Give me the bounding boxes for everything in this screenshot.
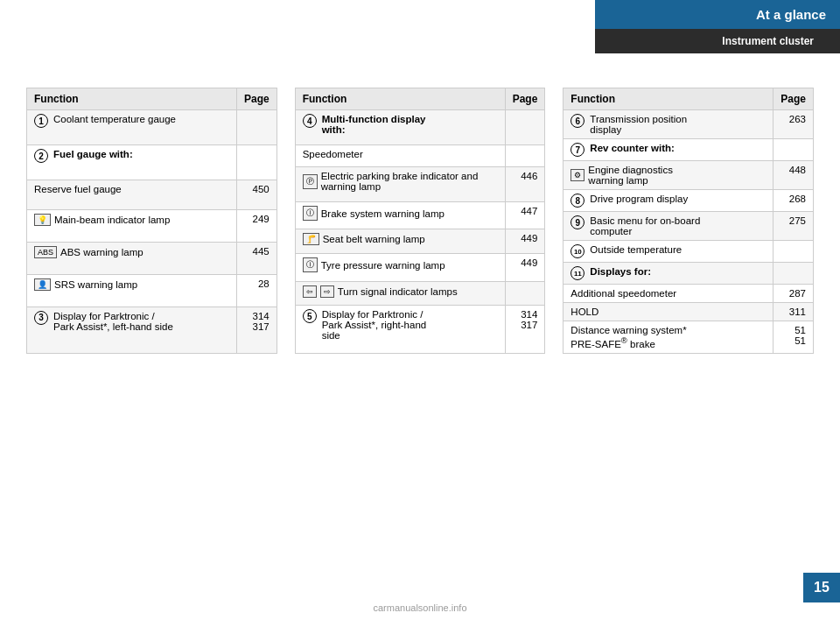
table-row: 5 Display for Parktronic /Park Assist*, … bbox=[295, 306, 545, 353]
page-cell: 287 bbox=[774, 285, 814, 303]
main-beam-icon: 💡 bbox=[34, 214, 51, 226]
epb-icon: Ⓟ bbox=[303, 174, 318, 189]
page-cell: 314317 bbox=[236, 306, 276, 353]
func-cell: ⚙ Engine diagnosticswarning lamp bbox=[564, 161, 774, 190]
func-cell: 11 Displays for: bbox=[564, 263, 774, 285]
func-text: Fuel gauge with: bbox=[53, 149, 133, 159]
table-3: Function Page 6 Transmission positiondis… bbox=[563, 88, 814, 354]
func-text: Displays for: bbox=[590, 266, 651, 277]
func-text: Display for Parktronic /Park Assist*, le… bbox=[53, 311, 173, 332]
table-row: Ⓘ Brake system warning lamp 447 bbox=[295, 202, 545, 229]
func-cell: 7 Rev counter with: bbox=[564, 139, 774, 161]
col-function-2: Function bbox=[295, 88, 505, 110]
circle-6: 6 bbox=[570, 114, 584, 128]
table-row: 2 Fuel gauge with: bbox=[27, 145, 277, 180]
circle-5: 5 bbox=[303, 309, 317, 323]
page-number-badge: 15 bbox=[803, 573, 840, 602]
func-text: Drive program display bbox=[590, 194, 688, 204]
table-row: 4 Multi-function displaywith: bbox=[295, 110, 545, 145]
page-cell bbox=[505, 110, 545, 145]
table-row: ⚙ Engine diagnosticswarning lamp 448 bbox=[564, 161, 814, 190]
table-row: 7 Rev counter with: bbox=[564, 139, 814, 161]
func-cell: Ⓟ Electric parking brake indicator and w… bbox=[295, 167, 505, 202]
table-2: Function Page 4 Multi-function displaywi… bbox=[295, 88, 546, 354]
table-row: 1 Coolant temperature gauge bbox=[27, 110, 277, 145]
table-row: Reserve fuel gauge 450 bbox=[27, 180, 277, 210]
func-cell: ⇦ ⇨ Turn signal indicator lamps bbox=[295, 281, 505, 306]
table-row: 6 Transmission positiondisplay 263 bbox=[564, 110, 814, 139]
circle-4: 4 bbox=[303, 114, 317, 128]
col-function-1: Function bbox=[27, 88, 237, 110]
page-cell: 314317 bbox=[505, 306, 545, 353]
table-row: Additional speedometer 287 bbox=[564, 285, 814, 303]
page-cell: 311 bbox=[774, 303, 814, 321]
page-cell bbox=[774, 263, 814, 285]
func-cell: Additional speedometer bbox=[564, 285, 774, 303]
func-cell: 9 Basic menu for on-boardcomputer bbox=[564, 212, 774, 241]
func-text: Basic menu for on-boardcomputer bbox=[590, 215, 700, 236]
func-cell: 3 Display for Parktronic /Park Assist*, … bbox=[27, 306, 237, 353]
circle-7: 7 bbox=[570, 143, 584, 157]
table-row: 👤 SRS warning lamp 28 bbox=[27, 274, 277, 306]
page-cell: 446 bbox=[505, 167, 545, 202]
page-cell: 249 bbox=[236, 210, 276, 243]
func-cell: Speedometer bbox=[295, 144, 505, 166]
func-cell: Ⓘ Tyre pressure warning lamp bbox=[295, 254, 505, 281]
table-row: 🦵 Seat belt warning lamp 449 bbox=[295, 229, 545, 254]
col-page-1: Page bbox=[236, 88, 276, 110]
table-row: Speedometer bbox=[295, 144, 545, 166]
col-page-3: Page bbox=[774, 88, 814, 110]
page-cell: 445 bbox=[236, 242, 276, 274]
turn-right-icon: ⇨ bbox=[320, 285, 334, 298]
table-1: Function Page 1 Coolant temperature gaug… bbox=[26, 88, 277, 354]
func-text: Coolant temperature gauge bbox=[53, 114, 176, 124]
func-cell: 8 Drive program display bbox=[564, 190, 774, 212]
table-row: Ⓘ Tyre pressure warning lamp 449 bbox=[295, 254, 545, 281]
table-row: 10 Outside temperature bbox=[564, 241, 814, 263]
engine-diag-icon: ⚙ bbox=[570, 169, 584, 181]
func-text: Transmission positiondisplay bbox=[590, 114, 687, 135]
func-cell: 4 Multi-function displaywith: bbox=[295, 110, 505, 145]
func-cell: ABS ABS warning lamp bbox=[27, 242, 237, 274]
page-cell: 268 bbox=[774, 190, 814, 212]
table-row: 3 Display for Parktronic /Park Assist*, … bbox=[27, 306, 277, 353]
func-cell: Reserve fuel gauge bbox=[27, 180, 237, 210]
func-cell: 💡 Main-beam indicator lamp bbox=[27, 210, 237, 243]
table-row: 8 Drive program display 268 bbox=[564, 190, 814, 212]
circle-8: 8 bbox=[570, 194, 584, 208]
srs-icon: 👤 bbox=[34, 278, 51, 291]
func-text: Outside temperature bbox=[590, 244, 682, 255]
watermark: carmanualsonline.info bbox=[373, 602, 466, 613]
page-cell: 28 bbox=[236, 274, 276, 306]
page-cell: 449 bbox=[505, 229, 545, 254]
page-cell bbox=[236, 110, 276, 145]
table-row: Distance warning system*PRE-SAFE® brake … bbox=[564, 321, 814, 354]
at-a-glance-header: At a glance bbox=[595, 0, 840, 29]
func-cell: 🦵 Seat belt warning lamp bbox=[295, 229, 505, 254]
page-cell: 449 bbox=[505, 254, 545, 281]
table-row: Ⓟ Electric parking brake indicator and w… bbox=[295, 167, 545, 202]
col-function-3: Function bbox=[564, 88, 774, 110]
seatbelt-icon: 🦵 bbox=[303, 233, 319, 245]
page-cell bbox=[505, 144, 545, 166]
brake-icon: Ⓘ bbox=[303, 206, 318, 221]
cluster-bar bbox=[819, 33, 826, 49]
page-cell bbox=[236, 145, 276, 180]
table-row: 9 Basic menu for on-boardcomputer 275 bbox=[564, 212, 814, 241]
header-bar: At a glance Instrument cluster bbox=[595, 0, 840, 53]
page-cell: 5151 bbox=[774, 321, 814, 354]
func-cell: 👤 SRS warning lamp bbox=[27, 274, 237, 306]
circle-2: 2 bbox=[34, 149, 48, 163]
func-text: Multi-function displaywith: bbox=[322, 114, 426, 135]
table-row: ABS ABS warning lamp 445 bbox=[27, 242, 277, 274]
table-row: 💡 Main-beam indicator lamp 249 bbox=[27, 210, 277, 243]
turn-left-icon: ⇦ bbox=[303, 285, 317, 298]
circle-3: 3 bbox=[34, 311, 48, 325]
page-cell bbox=[505, 281, 545, 306]
page-cell bbox=[774, 241, 814, 263]
func-cell: 5 Display for Parktronic /Park Assist*, … bbox=[295, 306, 505, 353]
page-cell: 447 bbox=[505, 202, 545, 229]
instrument-cluster-label: Instrument cluster bbox=[722, 35, 814, 47]
func-cell: 10 Outside temperature bbox=[564, 241, 774, 263]
page-cell: 275 bbox=[774, 212, 814, 241]
